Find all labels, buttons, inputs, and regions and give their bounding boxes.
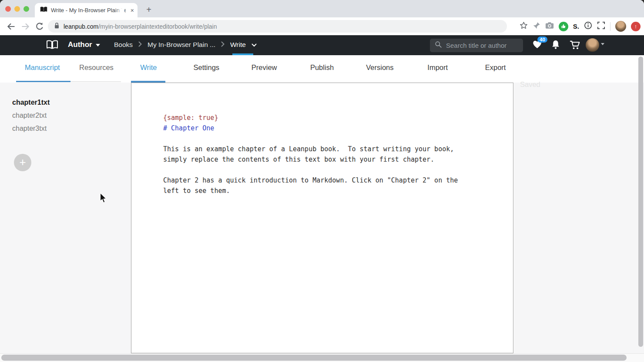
breadcrumb-write[interactable]: Write bbox=[230, 41, 246, 49]
user-avatar[interactable] bbox=[586, 38, 599, 52]
wishlist-heart-icon[interactable]: 40 bbox=[532, 39, 543, 51]
tab-settings[interactable]: Settings bbox=[178, 63, 235, 72]
chevron-right-icon bbox=[221, 41, 225, 49]
editor-line: left to see them. bbox=[163, 186, 500, 196]
tab-import[interactable]: Import bbox=[409, 63, 466, 72]
search-bar[interactable]: Search title or author bbox=[430, 39, 523, 52]
browser-toolbar: leanpub.com/myin-browserplaintexteditorb… bbox=[0, 17, 644, 35]
editor-line bbox=[163, 133, 500, 144]
new-tab-button[interactable]: + bbox=[143, 3, 155, 16]
browser-tab-strip: Write - My In-Browser Plain Te × + bbox=[0, 0, 644, 17]
forward-icon[interactable] bbox=[21, 22, 30, 31]
save-status-text: Saved bbox=[520, 80, 540, 89]
book-tabs: Write Settings Preview Publish Versions … bbox=[120, 63, 524, 72]
leanpub-logo-book-icon[interactable] bbox=[46, 40, 58, 52]
horizontal-scrollbar[interactable] bbox=[0, 353, 644, 362]
sidebar-background bbox=[0, 83, 131, 353]
tab-title-fade bbox=[115, 7, 124, 14]
chapter-item-1[interactable]: chapter1txt bbox=[12, 99, 50, 106]
chevron-down-icon bbox=[96, 44, 100, 46]
search-placeholder: Search title or author bbox=[446, 42, 506, 49]
chevron-right-icon bbox=[138, 41, 142, 49]
reload-icon[interactable] bbox=[35, 22, 44, 31]
favicon-book-icon bbox=[40, 7, 47, 14]
back-icon[interactable] bbox=[6, 22, 16, 31]
s-extension-icon[interactable]: S. bbox=[573, 23, 579, 30]
red-arrow-extension-icon[interactable]: ↑ bbox=[631, 22, 641, 31]
horizontal-scrollbar-thumb[interactable] bbox=[1, 355, 627, 361]
editor-line: {sample: true} bbox=[163, 113, 500, 123]
tab-preview[interactable]: Preview bbox=[235, 63, 293, 72]
browser-profile-avatar[interactable] bbox=[615, 21, 626, 32]
manuscript-tab-track bbox=[70, 81, 121, 82]
manuscript-editor-textarea[interactable]: {sample: true} # Chapter One This is an … bbox=[131, 83, 513, 353]
screen-capture-extension-icon[interactable] bbox=[597, 21, 605, 31]
tab-versions[interactable]: Versions bbox=[351, 63, 409, 72]
breadcrumb-book-title[interactable]: My In-Browser Plain ... bbox=[148, 41, 215, 49]
thumbs-up-extension-icon[interactable] bbox=[559, 22, 568, 31]
editor-line bbox=[163, 165, 500, 175]
right-gutter-background bbox=[514, 83, 644, 353]
maximize-window-button[interactable] bbox=[23, 6, 29, 12]
vertical-scrollbar-thumb[interactable] bbox=[638, 56, 643, 347]
manuscript-tab-underline bbox=[16, 81, 70, 82]
bell-icon[interactable] bbox=[551, 40, 560, 52]
mouse-cursor bbox=[100, 193, 107, 206]
leanpub-header: Author Books My In-Browser Plain ... Wri… bbox=[0, 35, 644, 55]
page-content: Manuscript Resources Write Settings Prev… bbox=[0, 55, 644, 362]
close-window-button[interactable] bbox=[5, 6, 11, 12]
tab-publish[interactable]: Publish bbox=[293, 63, 351, 72]
toolbar-divider bbox=[610, 22, 610, 31]
address-bar[interactable]: leanpub.com/myin-browserplaintexteditorb… bbox=[48, 20, 507, 33]
tab-close-icon[interactable]: × bbox=[131, 7, 134, 13]
camera-extension-icon[interactable] bbox=[545, 22, 554, 31]
info-extension-icon[interactable] bbox=[584, 21, 592, 31]
lock-icon bbox=[54, 22, 60, 31]
editor-line: Chapter 2 has a quick introduction to Ma… bbox=[163, 175, 500, 186]
editor-line: This is an example chapter of a Leanpub … bbox=[163, 144, 500, 154]
tab-export[interactable]: Export bbox=[466, 63, 524, 72]
browser-window: Write - My In-Browser Plain Te × + leanp… bbox=[0, 0, 644, 362]
pin-extension-icon[interactable] bbox=[533, 22, 540, 31]
url-path: /myin-browserplaintexteditorbook/write/p… bbox=[98, 23, 217, 30]
chevron-down-icon[interactable] bbox=[252, 41, 257, 49]
url-domain: leanpub.com bbox=[64, 23, 98, 30]
tab-write[interactable]: Write bbox=[120, 63, 178, 72]
breadcrumb: Books My In-Browser Plain ... Write bbox=[114, 41, 257, 49]
browser-tab[interactable]: Write - My In-Browser Plain Te × bbox=[35, 3, 138, 17]
author-menu-label: Author bbox=[68, 40, 92, 49]
editor-line: simply replace the contents of this text… bbox=[163, 154, 500, 165]
bookmark-star-icon[interactable] bbox=[520, 21, 528, 31]
search-icon bbox=[435, 41, 442, 50]
chapter-item-3[interactable]: chapter3txt bbox=[12, 125, 47, 133]
add-chapter-button[interactable]: + bbox=[14, 154, 31, 171]
author-menu[interactable]: Author bbox=[68, 40, 100, 49]
chevron-down-icon[interactable] bbox=[601, 43, 604, 45]
tab-resources[interactable]: Resources bbox=[79, 63, 114, 72]
editor-line: # Chapter One bbox=[163, 123, 500, 133]
breadcrumb-books[interactable]: Books bbox=[114, 41, 133, 49]
notification-count-badge: 40 bbox=[537, 37, 547, 43]
tab-manuscript[interactable]: Manuscript bbox=[25, 63, 60, 72]
chapter-item-2[interactable]: chapter2txt bbox=[12, 112, 47, 120]
minimize-window-button[interactable] bbox=[14, 6, 20, 12]
cart-icon[interactable] bbox=[569, 40, 580, 52]
write-tab-underline bbox=[131, 81, 165, 83]
